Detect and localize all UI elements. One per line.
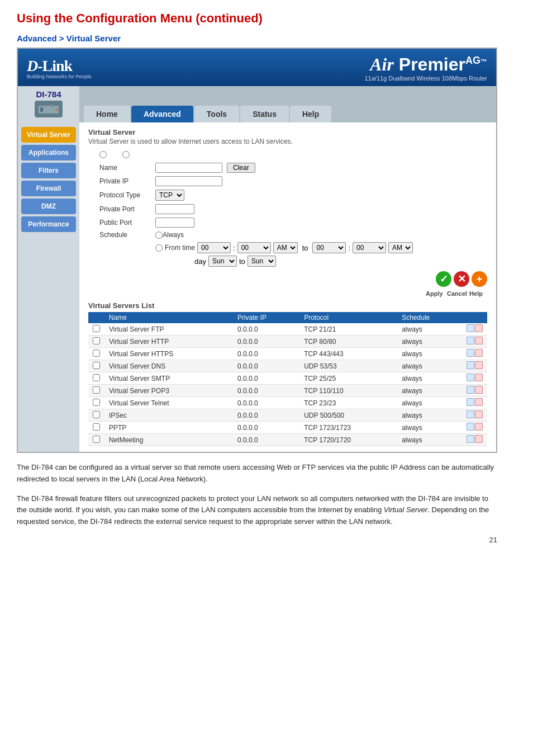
- row-checkbox-cell[interactable]: [88, 336, 104, 348]
- edit-icon[interactable]: [467, 435, 483, 443]
- tagline: Building Networks for People: [27, 74, 92, 79]
- row-checkbox[interactable]: [93, 337, 100, 344]
- row-protocol: TCP 1720/1720: [299, 434, 397, 446]
- row-edit[interactable]: [462, 409, 487, 422]
- edit-icon-2: [475, 398, 483, 406]
- row-checkbox-cell[interactable]: [88, 360, 104, 372]
- edit-icon[interactable]: [467, 398, 483, 406]
- row-schedule: always: [397, 422, 462, 434]
- from-hour-select[interactable]: 000102030405 06070809101112: [197, 242, 231, 253]
- row-checkbox-cell[interactable]: [88, 323, 104, 336]
- row-edit[interactable]: [462, 348, 487, 360]
- row-checkbox[interactable]: [93, 325, 100, 332]
- help-button[interactable]: +: [472, 271, 487, 287]
- from-radio[interactable]: [155, 244, 163, 252]
- sidebar-item-firewall[interactable]: Firewall: [21, 181, 76, 196]
- to-day-label: to: [239, 257, 245, 266]
- public-port-label: Public Port: [99, 219, 155, 226]
- row-checkbox-cell[interactable]: [88, 422, 104, 434]
- from-min-select[interactable]: 00153045: [237, 242, 271, 253]
- day-label: day: [194, 257, 206, 266]
- row-protocol: TCP 21/21: [299, 323, 397, 336]
- sidebar-item-applications[interactable]: Applications: [21, 145, 76, 160]
- router-panel: D-Link Building Networks for People Air …: [17, 48, 497, 453]
- clear-button[interactable]: Clear: [227, 163, 255, 173]
- edit-icon[interactable]: [467, 386, 483, 394]
- always-radio[interactable]: [155, 231, 163, 239]
- to-ampm-select[interactable]: AMPM: [388, 242, 413, 253]
- tab-help[interactable]: Help: [290, 106, 331, 122]
- action-labels: Apply Cancel Help: [88, 290, 487, 297]
- protocol-type-select[interactable]: TCP UDP Both: [155, 190, 184, 201]
- row-checkbox[interactable]: [93, 436, 100, 443]
- row-checkbox[interactable]: [93, 349, 100, 357]
- row-edit[interactable]: [462, 397, 487, 409]
- row-name: IPSec: [104, 409, 233, 422]
- nav-tabs: Home Advanced Tools Status Help: [79, 86, 496, 122]
- enabled-radio[interactable]: [99, 151, 107, 158]
- private-port-row: Private Port: [99, 204, 487, 214]
- edit-icon[interactable]: [467, 337, 483, 344]
- row-edit[interactable]: [462, 372, 487, 385]
- private-port-input[interactable]: [155, 204, 194, 214]
- row-checkbox[interactable]: [93, 362, 100, 369]
- sidebar-item-virtual-server[interactable]: Virtual Server: [21, 127, 76, 143]
- edit-icon[interactable]: [467, 349, 483, 357]
- tab-tools[interactable]: Tools: [194, 106, 239, 122]
- disabled-radio[interactable]: [122, 151, 130, 158]
- schedule-from-row: From time 000102030405 06070809101112 : …: [155, 242, 487, 253]
- row-checkbox[interactable]: [93, 411, 100, 418]
- row-edit[interactable]: [462, 422, 487, 434]
- to-min-select[interactable]: 00153045: [353, 242, 386, 253]
- from-day-select[interactable]: SunMonTueWedThuFriSat: [208, 256, 237, 267]
- private-ip-label: Private IP: [99, 177, 155, 185]
- row-checkbox[interactable]: [93, 386, 100, 394]
- edit-icon[interactable]: [467, 410, 483, 418]
- row-ip: 0.0.0.0: [233, 409, 299, 422]
- row-checkbox-cell[interactable]: [88, 385, 104, 397]
- row-edit[interactable]: [462, 323, 487, 336]
- row-checkbox[interactable]: [93, 374, 100, 381]
- svg-rect-2: [45, 105, 46, 107]
- row-edit[interactable]: [462, 434, 487, 446]
- name-input[interactable]: [155, 163, 222, 173]
- edit-icon[interactable]: [467, 423, 483, 431]
- row-protocol: TCP 23/23: [299, 397, 397, 409]
- edit-icon-1: [467, 374, 474, 381]
- tab-advanced[interactable]: Advanced: [131, 106, 193, 122]
- table-row: Virtual Server POP3 0.0.0.0 TCP 110/110 …: [88, 385, 487, 397]
- sidebar-item-performance[interactable]: Performance: [21, 216, 76, 232]
- row-schedule: always: [397, 409, 462, 422]
- row-schedule: always: [397, 348, 462, 360]
- private-ip-input[interactable]: [155, 176, 222, 186]
- vs-section-desc: Virtual Server is used to allow Internet…: [88, 138, 487, 145]
- tab-home[interactable]: Home: [84, 106, 130, 122]
- row-checkbox-cell[interactable]: [88, 409, 104, 422]
- from-ampm-select[interactable]: AMPM: [273, 242, 298, 253]
- row-checkbox[interactable]: [93, 399, 100, 406]
- row-ip: 0.0.0.0: [233, 397, 299, 409]
- tab-status[interactable]: Status: [240, 106, 289, 122]
- row-edit[interactable]: [462, 336, 487, 348]
- apply-button[interactable]: ✓: [436, 271, 451, 287]
- device-info: DI-784: [18, 86, 79, 122]
- edit-icon-1: [467, 337, 474, 344]
- to-hour-select[interactable]: 000102030405 06070809101112: [312, 242, 346, 253]
- sidebar-item-filters[interactable]: Filters: [21, 163, 76, 178]
- row-checkbox-cell[interactable]: [88, 372, 104, 385]
- to-day-select[interactable]: SunMonTueWedThuFriSat: [248, 256, 276, 267]
- edit-icon[interactable]: [467, 361, 483, 369]
- cancel-button[interactable]: ✕: [454, 271, 469, 287]
- public-port-input[interactable]: [155, 218, 194, 228]
- edit-icon-1: [467, 410, 474, 418]
- edit-icon[interactable]: [467, 324, 483, 332]
- desc-para-2: The DI-784 firewall feature filters out …: [17, 493, 497, 528]
- row-checkbox-cell[interactable]: [88, 434, 104, 446]
- row-checkbox-cell[interactable]: [88, 348, 104, 360]
- row-checkbox-cell[interactable]: [88, 397, 104, 409]
- row-edit[interactable]: [462, 385, 487, 397]
- row-checkbox[interactable]: [93, 423, 100, 431]
- row-edit[interactable]: [462, 360, 487, 372]
- sidebar-item-dmz[interactable]: DMZ: [21, 199, 76, 214]
- edit-icon[interactable]: [467, 374, 483, 381]
